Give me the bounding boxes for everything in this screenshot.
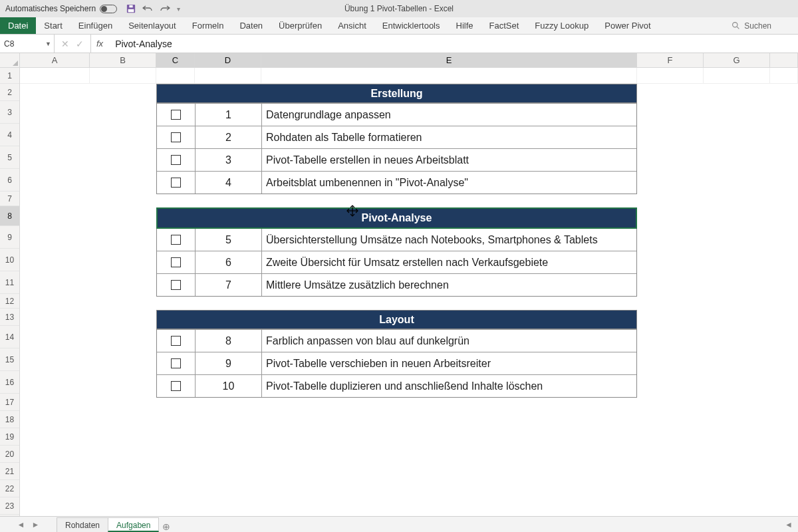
checkbox[interactable] [171,178,181,188]
col-header-C[interactable]: C [156,53,195,67]
task-number[interactable]: 7 [196,274,262,296]
undo-icon[interactable] [142,5,153,13]
row-header[interactable]: 13 [0,309,19,326]
col-header-E[interactable]: E [261,53,637,67]
col-header-G[interactable]: G [704,53,770,67]
checkbox[interactable] [171,155,181,165]
name-box[interactable]: C8 ▼ [0,35,55,53]
cancel-icon[interactable]: ✕ [61,39,69,49]
tab-file[interactable]: Datei [0,17,36,34]
task-text[interactable]: Rohdaten als Tabelle formatieren [262,126,636,148]
confirm-icon[interactable]: ✓ [76,39,84,49]
task-number[interactable]: 6 [196,251,262,273]
row-header[interactable]: 20 [0,446,19,463]
checkbox[interactable] [171,257,181,267]
tab-ansicht[interactable]: Ansicht [330,17,374,34]
sheet-tab-aufgaben[interactable]: Aufgaben [108,517,159,532]
checkbox[interactable] [171,280,181,290]
task-number[interactable]: 3 [196,149,262,171]
search-box[interactable]: Suchen [732,17,798,34]
add-sheet-button[interactable]: ⊕ [158,521,174,532]
row-header[interactable]: 21 [0,463,19,480]
fx-icon[interactable]: fx [91,35,108,53]
col-header-D[interactable]: D [195,53,261,67]
table-header-erstellung[interactable]: Erstellung [157,84,636,103]
tab-factset[interactable]: FactSet [481,17,527,34]
checkbox[interactable] [171,381,181,391]
sheet-prev-icon[interactable]: ◄ [17,520,25,529]
sheet-next-icon[interactable]: ► [32,520,40,529]
row-header[interactable]: 5 [0,146,19,169]
table-header-pivot-analyse[interactable]: Pivot-Analyse [157,208,636,228]
formula-input[interactable]: Pivot-Analyse [108,35,798,53]
row-header[interactable]: 17 [0,394,19,411]
checkbox[interactable] [171,132,181,142]
row-header[interactable]: 3 [0,101,19,124]
task-text[interactable]: Farblich anpassen von blau auf dunkelgrü… [262,330,636,352]
row-header[interactable]: 1 [0,68,19,84]
task-text[interactable]: Pivot-Tabelle verschieben in neuen Arbei… [262,352,636,374]
task-text[interactable]: Datengrundlage anpassen [262,104,636,126]
scroll-left-icon[interactable]: ◄ [785,520,793,529]
sheet-tab-rohdaten[interactable]: Rohdaten [57,517,108,532]
tab-start[interactable]: Start [36,17,70,34]
row-header[interactable]: 16 [0,371,19,394]
row-header[interactable]: 2 [0,84,19,101]
tab-formeln[interactable]: Formeln [184,17,232,34]
task-number[interactable]: 4 [196,172,262,194]
task-text[interactable]: Übersichterstellung Umsätze nach Noteboo… [262,229,636,251]
qat-customize-icon[interactable]: ▾ [177,5,180,13]
task-row: 5 Übersichterstellung Umsätze nach Noteb… [157,228,636,251]
row-header[interactable]: 8 [0,206,19,226]
task-text[interactable]: Pivot-Tabelle erstellen in neues Arbeits… [262,149,636,171]
row-header[interactable]: 6 [0,169,19,192]
tab-einfuegen[interactable]: Einfügen [70,17,120,34]
task-number[interactable]: 1 [196,104,262,126]
row-header[interactable]: 19 [0,428,19,446]
autosave-toggle[interactable] [100,5,117,13]
task-text[interactable]: Mittlere Umsätze zusätzlich berechnen [262,274,636,296]
task-text[interactable]: Arbeitsblat umbenennen in "Pivot-Analyse… [262,172,636,194]
row-header[interactable]: 4 [0,124,19,146]
task-text[interactable]: Zweite Übersicht für Umsatz erstellen na… [262,251,636,273]
task-number[interactable]: 10 [196,375,262,397]
task-row: 8 Farblich anpassen von blau auf dunkelg… [157,329,636,352]
row-header[interactable]: 15 [0,348,19,371]
tab-hilfe[interactable]: Hilfe [448,17,481,34]
svg-point-3 [733,23,737,27]
tab-seitenlayout[interactable]: Seitenlayout [120,17,184,34]
task-number[interactable]: 2 [196,126,262,148]
row-header[interactable]: 18 [0,411,19,428]
row-header[interactable]: 12 [0,294,19,309]
checkbox[interactable] [171,235,181,245]
tab-fuzzylookup[interactable]: Fuzzy Lookup [527,17,597,34]
row-header[interactable]: 10 [0,249,19,271]
col-header-F[interactable]: F [637,53,704,67]
col-header-rest[interactable] [770,53,798,67]
tab-ueberpruefen[interactable]: Überprüfen [271,17,330,34]
table-header-layout[interactable]: Layout [157,311,636,329]
tab-powerpivot[interactable]: Power Pivot [597,17,658,34]
checkbox[interactable] [171,336,181,346]
sheet-nav: ◄ ► [0,520,57,529]
row-header[interactable]: 23 [0,497,19,515]
col-header-A[interactable]: A [20,53,90,67]
task-number[interactable]: 5 [196,229,262,251]
checkbox[interactable] [171,358,181,368]
cells-area[interactable]: Erstellung 1 Datengrundlage anpassen 2 R… [20,68,798,516]
redo-icon[interactable] [160,5,170,13]
tab-entwicklertools[interactable]: Entwicklertools [374,17,448,34]
row-header[interactable]: 9 [0,226,19,249]
tab-daten[interactable]: Daten [231,17,271,34]
col-header-B[interactable]: B [90,53,156,67]
save-icon[interactable] [126,4,136,13]
task-number[interactable]: 8 [196,330,262,352]
row-header[interactable]: 7 [0,192,19,206]
row-header[interactable]: 22 [0,480,19,497]
row-header[interactable]: 11 [0,271,19,294]
task-text[interactable]: Pivot-Tabelle duplizieren und anschließe… [262,375,636,397]
checkbox[interactable] [171,110,181,120]
row-header[interactable]: 14 [0,326,19,348]
task-number[interactable]: 9 [196,352,262,374]
select-all-corner[interactable] [0,53,20,67]
